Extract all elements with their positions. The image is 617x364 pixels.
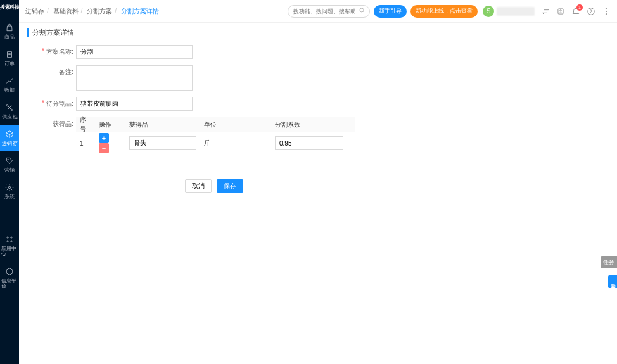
- source-item-input[interactable]: [76, 97, 193, 111]
- breadcrumb-item[interactable]: 分割方案: [87, 8, 112, 15]
- row-item-input[interactable]: [129, 136, 196, 150]
- svg-point-7: [7, 241, 8, 242]
- sidebar-item-system[interactable]: 系统: [0, 178, 19, 204]
- svg-point-1: [6, 104, 8, 106]
- chart-icon: [5, 77, 14, 85]
- svg-point-3: [8, 159, 8, 160]
- sidebar-item-label: 营销: [4, 167, 15, 172]
- org-icon[interactable]: [556, 7, 565, 16]
- sidebar-item-label: 应用中心: [1, 246, 18, 256]
- search-icon[interactable]: [359, 7, 366, 15]
- sidebar-item-infoplatform[interactable]: 信息平台: [0, 262, 19, 294]
- plan-name-label: 方案名称:: [43, 45, 73, 56]
- svg-point-11: [560, 9, 561, 11]
- more-icon[interactable]: [602, 7, 611, 16]
- doc-icon: [5, 50, 14, 59]
- plan-name-input[interactable]: [76, 45, 193, 59]
- sidebar-item-data[interactable]: 数据: [0, 72, 19, 98]
- cube-icon: [5, 267, 14, 276]
- new-feature-button[interactable]: 新功能上线，点击查看: [410, 5, 478, 18]
- bag-icon: [5, 23, 14, 32]
- swap-icon[interactable]: [541, 7, 550, 16]
- topbar: 进销存/ 基础资料/ 分割方案/ 分割方案详情 新手引导 新功能上线，点击查看 …: [19, 0, 617, 23]
- svg-point-2: [11, 109, 12, 110]
- gear-icon: [5, 183, 14, 192]
- row-no: 1: [76, 140, 95, 147]
- apps-icon: [5, 235, 14, 244]
- remark-textarea[interactable]: [76, 65, 193, 91]
- sidebar-item-label: 系统: [4, 194, 15, 199]
- sidebar-item-label: 信息平台: [1, 279, 18, 289]
- th-unit: 单位: [200, 120, 271, 129]
- breadcrumb: 进销存/ 基础资料/ 分割方案/ 分割方案详情: [25, 7, 159, 16]
- table-row: 1 + − 斤: [76, 132, 355, 154]
- username-blurred: [497, 7, 535, 16]
- avatar[interactable]: S: [483, 6, 494, 17]
- th-no: 序号: [76, 116, 95, 134]
- breadcrumb-item[interactable]: 进销存: [25, 8, 44, 15]
- source-item-label: 待分割品:: [43, 97, 73, 108]
- brand-logo: 搜索科技: [0, 4, 19, 11]
- row-coef-input[interactable]: [275, 136, 343, 150]
- breadcrumb-current: 分割方案详情: [121, 8, 159, 15]
- box-icon: [5, 130, 14, 139]
- guide-button[interactable]: 新手引导: [374, 5, 407, 18]
- sidebar-item-order[interactable]: 订单: [0, 45, 19, 72]
- svg-rect-0: [8, 51, 12, 57]
- sidebar-item-inventory[interactable]: 进销存: [0, 125, 19, 151]
- row-unit: 斤: [200, 139, 271, 147]
- search-box: [288, 5, 370, 18]
- save-button[interactable]: 保存: [217, 179, 243, 193]
- table-header: 序号 操作 获得品 单位 分割系数: [76, 117, 355, 132]
- svg-point-13: [606, 8, 606, 9]
- th-coef: 分割系数: [271, 120, 347, 129]
- notification-badge: 1: [576, 4, 583, 11]
- sidebar-item-marketing[interactable]: 营销: [0, 151, 19, 178]
- link-icon: [5, 103, 14, 112]
- svg-point-12: [588, 8, 595, 15]
- search-input[interactable]: [288, 5, 370, 18]
- sidebar-item-supply[interactable]: 供应链: [0, 98, 19, 125]
- sidebar-item-label: 数据: [4, 87, 15, 92]
- svg-point-4: [8, 186, 11, 189]
- svg-point-9: [360, 8, 364, 12]
- th-op: 操作: [95, 120, 125, 129]
- svg-point-15: [606, 13, 606, 14]
- svg-point-5: [7, 237, 8, 238]
- remark-label: 备注:: [43, 65, 73, 77]
- sidebar-item-label: 商品: [4, 34, 15, 39]
- cancel-button[interactable]: 取消: [185, 179, 212, 193]
- contact-float-button[interactable]: 联系客服: [608, 275, 617, 288]
- breadcrumb-item[interactable]: 基础资料: [53, 8, 79, 15]
- result-item-label: 获得品:: [43, 117, 73, 129]
- sidebar-item-product[interactable]: 商品: [0, 18, 19, 45]
- sidebar-item-label: 供应链: [2, 114, 17, 119]
- notification-icon[interactable]: 1: [571, 7, 580, 16]
- svg-point-14: [606, 11, 606, 11]
- sidebar-item-label: 订单: [4, 61, 15, 66]
- task-float-button[interactable]: 任务: [601, 256, 617, 268]
- help-icon[interactable]: [587, 7, 595, 16]
- svg-point-6: [11, 237, 12, 238]
- sidebar-item-label: 进销存: [2, 141, 17, 146]
- th-item: 获得品: [125, 120, 200, 129]
- page-title: 分割方案详情: [27, 28, 609, 37]
- svg-point-8: [11, 241, 12, 242]
- sidebar: 搜索科技 商品 订单 数据 供应链 进销存 营销 系统: [0, 0, 19, 364]
- sidebar-item-appcenter[interactable]: 应用中心: [0, 230, 19, 262]
- row-delete-button[interactable]: −: [99, 143, 109, 153]
- row-add-button[interactable]: +: [99, 133, 109, 143]
- tag-icon: [5, 156, 14, 165]
